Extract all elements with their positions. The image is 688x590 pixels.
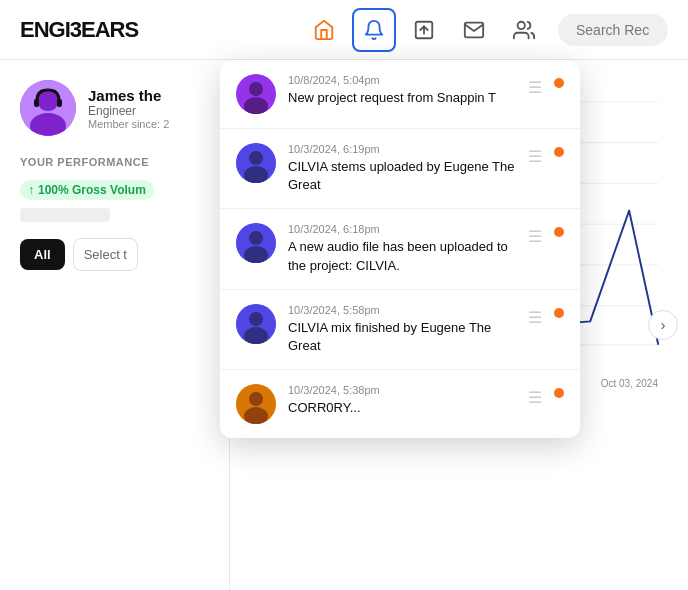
svg-point-23 (249, 82, 263, 96)
notif-list-icon-2: ☰ (528, 147, 542, 166)
upload-icon-button[interactable] (402, 8, 446, 52)
notification-item[interactable]: 10/3/2024, 6:19pm CILVIA stems uploaded … (220, 129, 580, 209)
profile-member: Member since: 2 (88, 118, 169, 130)
notif-time-2: 10/3/2024, 6:19pm (288, 143, 516, 155)
profile-info: James the Engineer Member since: 2 (88, 87, 169, 130)
notif-time-4: 10/3/2024, 5:58pm (288, 304, 516, 316)
svg-rect-6 (34, 99, 39, 107)
select-filter-button[interactable]: Select t (73, 238, 138, 271)
notif-text-5: CORR0RY... (288, 399, 516, 417)
notif-dot-3 (554, 227, 564, 237)
chart-nav-right-button[interactable]: › (648, 310, 678, 340)
notif-text-4: CILVIA mix finished by Eugene The Great (288, 319, 516, 355)
badge-text: 100% Gross Volum (38, 183, 146, 197)
mail-icon-button[interactable] (452, 8, 496, 52)
notif-time-3: 10/3/2024, 6:18pm (288, 223, 516, 235)
notif-text-1: New project request from Snappin T (288, 89, 516, 107)
notif-text-3: A new audio file has been uploaded to th… (288, 238, 516, 274)
performance-value (20, 208, 110, 222)
notif-text-2: CILVIA stems uploaded by Eugene The Grea… (288, 158, 516, 194)
nav-icons (302, 8, 546, 52)
trend-up-icon: ↑ (28, 183, 34, 197)
all-filter-button[interactable]: All (20, 239, 65, 270)
svg-point-2 (518, 21, 525, 28)
notif-content-4: 10/3/2024, 5:58pm CILVIA mix finished by… (288, 304, 516, 355)
notif-dot-1 (554, 78, 564, 88)
notif-list-icon-3: ☰ (528, 227, 542, 246)
notif-dot-5 (554, 388, 564, 398)
notification-item[interactable]: 10/3/2024, 5:58pm CILVIA mix finished by… (220, 290, 580, 370)
svg-point-26 (249, 151, 263, 165)
notification-item[interactable]: 10/3/2024, 6:18pm A new audio file has b… (220, 209, 580, 289)
notif-dot-2 (554, 147, 564, 157)
notification-dropdown: 10/8/2024, 5:04pm New project request fr… (220, 60, 580, 438)
notif-content-5: 10/3/2024, 5:38pm CORR0RY... (288, 384, 516, 417)
users-icon-button[interactable] (502, 8, 546, 52)
notif-content-2: 10/3/2024, 6:19pm CILVIA stems uploaded … (288, 143, 516, 194)
header: ENGI3EARS (0, 0, 688, 60)
logo: ENGI3EARS (20, 17, 138, 43)
notif-list-icon-5: ☰ (528, 388, 542, 407)
notif-list-icon-1: ☰ (528, 78, 542, 97)
filter-row: All Select t (20, 238, 209, 271)
x-label-5: Oct 03, 2024 (601, 378, 658, 389)
avatar (20, 80, 76, 136)
performance-badge: ↑ 100% Gross Volum (20, 180, 154, 200)
notif-avatar-2 (236, 143, 276, 183)
notif-avatar-3 (236, 223, 276, 263)
profile-role: Engineer (88, 104, 169, 118)
svg-point-35 (249, 392, 263, 406)
notification-item[interactable]: 10/8/2024, 5:04pm New project request fr… (220, 60, 580, 129)
performance-section: YOUR PERFORMANCE ↑ 100% Gross Volum All … (20, 156, 209, 271)
notif-avatar-4 (236, 304, 276, 344)
home-icon-button[interactable] (302, 8, 346, 52)
notif-content-1: 10/8/2024, 5:04pm New project request fr… (288, 74, 516, 107)
svg-point-29 (249, 231, 263, 245)
notif-time-5: 10/3/2024, 5:38pm (288, 384, 516, 396)
profile-name: James the (88, 87, 169, 104)
notif-list-icon-4: ☰ (528, 308, 542, 327)
notif-avatar-5 (236, 384, 276, 424)
notif-avatar-1 (236, 74, 276, 114)
profile-section: James the Engineer Member since: 2 (20, 80, 209, 136)
svg-point-32 (249, 312, 263, 326)
search-input[interactable] (558, 14, 668, 46)
sidebar: James the Engineer Member since: 2 YOUR … (0, 60, 230, 590)
bell-icon-button[interactable] (352, 8, 396, 52)
performance-label: YOUR PERFORMANCE (20, 156, 209, 168)
notification-item[interactable]: 10/3/2024, 5:38pm CORR0RY... ☰ (220, 370, 580, 438)
notif-time-1: 10/8/2024, 5:04pm (288, 74, 516, 86)
notif-dot-4 (554, 308, 564, 318)
notif-content-3: 10/3/2024, 6:18pm A new audio file has b… (288, 223, 516, 274)
svg-rect-7 (57, 99, 62, 107)
